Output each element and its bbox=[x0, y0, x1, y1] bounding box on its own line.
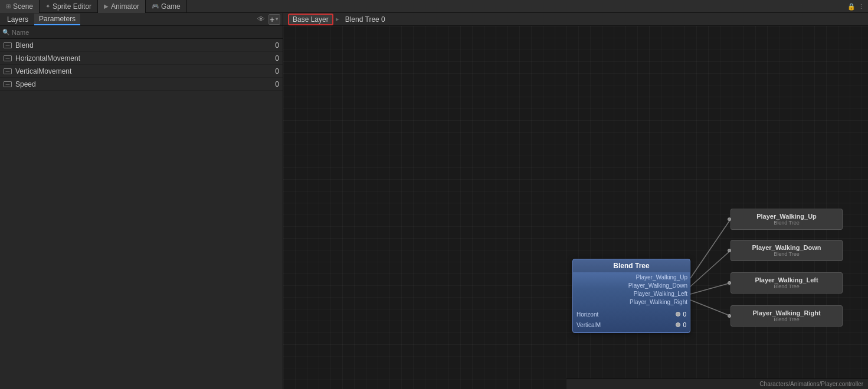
dropdown-arrow-icon: ▼ bbox=[274, 17, 279, 22]
breadcrumb-base-layer[interactable]: Base Layer bbox=[288, 14, 333, 25]
node-connections: Player_Walking_Up Player_Walking_Down Pl… bbox=[573, 272, 690, 308]
child-node-walking-down[interactable]: Player_Walking_Down Blend Tree bbox=[731, 240, 843, 261]
blend-tree-main-node[interactable]: Blend Tree Player_Walking_Up Player_Walk… bbox=[572, 259, 690, 333]
left-panel: 🔍 — Blend 0 — HorizontalMovement 0 — Ver… bbox=[0, 26, 283, 389]
canvas-grid bbox=[283, 26, 868, 389]
child-node-walking-up-sub: Blend Tree bbox=[731, 220, 842, 226]
param-type-icon: — bbox=[4, 42, 12, 48]
tab-layers[interactable]: Layers bbox=[2, 14, 33, 25]
child-node-walking-left-sub: Blend Tree bbox=[731, 283, 842, 289]
param-value: 0 bbox=[250, 80, 279, 88]
connection-item: Player_Walking_Right bbox=[575, 298, 687, 306]
param-dot-horizont bbox=[676, 312, 680, 317]
node-param-row-vertical: VerticalM 0 bbox=[577, 319, 686, 330]
param-name: VerticalMovement bbox=[15, 67, 250, 75]
tab-sprite-editor[interactable]: ✦ Sprite Editor bbox=[40, 0, 98, 13]
child-node-walking-down-sub: Blend Tree bbox=[731, 251, 842, 257]
connection-item: Player_Walking_Up bbox=[575, 273, 687, 282]
top-right-icons: 🔒 ⋮ bbox=[844, 0, 868, 13]
param-name: HorizontalMovement bbox=[15, 54, 250, 62]
child-node-walking-right-sub: Blend Tree bbox=[731, 317, 842, 322]
eye-icon[interactable]: 👁 bbox=[257, 15, 265, 24]
param-value: 0 bbox=[250, 54, 279, 62]
param-row-blend[interactable]: — Blend 0 bbox=[0, 39, 283, 52]
child-connector-down bbox=[728, 249, 731, 252]
blend-tree-title: Blend Tree bbox=[573, 259, 690, 272]
param-row-speed[interactable]: — Speed 0 bbox=[0, 78, 283, 91]
param-type-icon: — bbox=[4, 55, 12, 61]
tab-animator[interactable]: ▶ Animator bbox=[98, 0, 146, 13]
search-input[interactable] bbox=[12, 29, 280, 36]
child-connector-right bbox=[728, 314, 731, 318]
tab-parameters[interactable]: Parameters bbox=[34, 14, 80, 25]
more-icon[interactable]: ⋮ bbox=[858, 3, 864, 11]
child-connector-up bbox=[728, 217, 731, 221]
param-row-verticalmovement[interactable]: — VerticalMovement 0 bbox=[0, 65, 283, 78]
param-name: Speed bbox=[15, 80, 250, 88]
node-param-row-horizont: Horizont 0 bbox=[577, 309, 686, 319]
tab-game[interactable]: 🎮 Game bbox=[146, 0, 187, 13]
sub-toolbar-right: Base Layer ▸ Blend Tree 0 bbox=[283, 13, 868, 26]
param-type-icon: — bbox=[4, 81, 12, 87]
param-dot-vertical bbox=[676, 322, 680, 327]
game-icon: 🎮 bbox=[152, 3, 159, 9]
connection-item: Player_Walking_Down bbox=[575, 282, 687, 290]
param-type-icon: — bbox=[4, 68, 12, 74]
child-node-walking-down-title: Player_Walking_Down bbox=[731, 244, 842, 251]
canvas-area[interactable]: Blend Tree Player_Walking_Up Player_Walk… bbox=[283, 26, 868, 389]
child-node-walking-right-title: Player_Walking_Right bbox=[731, 309, 842, 317]
connection-item: Player_Walking_Left bbox=[575, 290, 687, 298]
animator-icon: ▶ bbox=[104, 3, 109, 9]
lock-icon[interactable]: 🔒 bbox=[847, 3, 856, 11]
child-connector-left bbox=[728, 281, 731, 285]
top-bar: ⊞ Scene ✦ Sprite Editor ▶ Animator 🎮 Gam… bbox=[0, 0, 868, 13]
param-value: 0 bbox=[250, 67, 279, 75]
param-value: 0 bbox=[250, 41, 279, 50]
main-layout: 🔍 — Blend 0 — HorizontalMovement 0 — Ver… bbox=[0, 26, 868, 389]
sub-toolbar-left: Layers Parameters 👁 +▼ bbox=[0, 13, 283, 26]
child-node-walking-up-title: Player_Walking_Up bbox=[731, 213, 842, 220]
sprite-icon: ✦ bbox=[45, 3, 50, 9]
child-node-walking-up[interactable]: Player_Walking_Up Blend Tree bbox=[731, 209, 843, 230]
breadcrumb-separator: ▸ bbox=[336, 15, 339, 23]
parameter-list: — Blend 0 — HorizontalMovement 0 — Verti… bbox=[0, 39, 283, 389]
sub-toolbar: Layers Parameters 👁 +▼ Base Layer ▸ Blen… bbox=[0, 13, 868, 26]
status-path: Characters/Animations/Player.controller bbox=[759, 381, 863, 387]
param-name: Blend bbox=[15, 41, 250, 50]
search-icon: 🔍 bbox=[2, 29, 9, 35]
search-bar: 🔍 bbox=[0, 26, 283, 39]
child-node-walking-right[interactable]: Player_Walking_Right Blend Tree bbox=[731, 305, 843, 327]
scene-icon: ⊞ bbox=[6, 3, 11, 9]
breadcrumb-blend-tree[interactable]: Blend Tree 0 bbox=[342, 15, 389, 24]
child-node-walking-left[interactable]: Player_Walking_Left Blend Tree bbox=[731, 272, 843, 294]
child-node-walking-left-title: Player_Walking_Left bbox=[731, 276, 842, 283]
node-params: Horizont 0 VerticalM 0 bbox=[573, 308, 690, 332]
add-parameter-button[interactable]: +▼ bbox=[268, 14, 280, 25]
status-bar: Characters/Animations/Player.controller bbox=[566, 378, 868, 389]
param-row-horizontalmovement[interactable]: — HorizontalMovement 0 bbox=[0, 52, 283, 65]
tab-scene[interactable]: ⊞ Scene bbox=[0, 0, 40, 13]
